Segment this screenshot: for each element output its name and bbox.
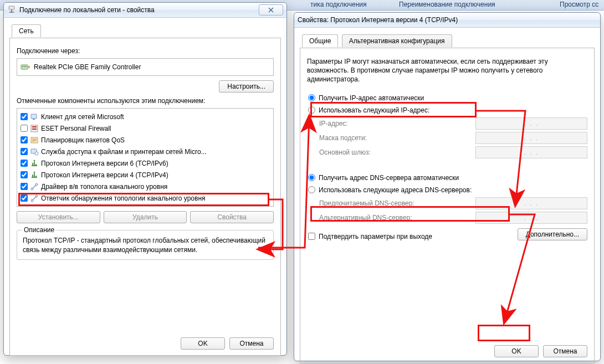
ip-auto-radio[interactable]: Получить IP-адрес автоматически bbox=[307, 93, 587, 103]
dns-manual-input[interactable] bbox=[308, 186, 315, 193]
cancel-button[interactable]: Отмена bbox=[229, 337, 274, 350]
svg-rect-12 bbox=[32, 129, 37, 130]
ok-button[interactable]: OK bbox=[494, 345, 539, 357]
svg-rect-9 bbox=[33, 119, 35, 120]
svg-rect-7 bbox=[25, 66, 27, 67]
properties-button[interactable]: Свойства bbox=[190, 211, 274, 223]
mask-label: Маска подсети: bbox=[319, 134, 475, 142]
advanced-button[interactable]: Дополнительно... bbox=[518, 228, 587, 240]
ip-addr-field: . . . bbox=[475, 117, 587, 130]
tab-alternative[interactable]: Альтернативная конфигурация bbox=[342, 34, 452, 47]
dns-auto-label: Получить адрес DNS-сервера автоматически bbox=[319, 174, 459, 182]
svg-point-17 bbox=[34, 171, 35, 173]
ip-manual-radio[interactable]: Использовать следующий IP-адрес: bbox=[307, 105, 587, 115]
component-row[interactable]: Протокол Интернета версии 4 (TCP/IPv4) bbox=[18, 169, 272, 181]
dialog-title: Подключение по локальной сети - свойства bbox=[19, 6, 155, 14]
ok-button[interactable]: OK bbox=[181, 337, 225, 350]
adapter-name: Realtek PCIe GBE Family Controller bbox=[34, 63, 141, 71]
component-checkbox[interactable] bbox=[21, 194, 28, 202]
component-row[interactable]: Служба доступа к файлам и принтерам сете… bbox=[18, 146, 272, 157]
component-checkbox[interactable] bbox=[21, 125, 28, 132]
titlebar: Свойства: Протокол Интернета версии 4 (T… bbox=[294, 13, 600, 28]
svg-rect-0 bbox=[9, 6, 14, 9]
component-label: Служба доступа к файлам и принтерам сете… bbox=[41, 148, 271, 156]
dns-pref-label: Предпочитаемый DNS-сервер: bbox=[319, 199, 475, 207]
component-checkbox[interactable] bbox=[21, 136, 28, 143]
dns-auto-input[interactable] bbox=[308, 174, 315, 181]
svg-point-15 bbox=[35, 152, 38, 155]
svg-rect-8 bbox=[31, 114, 37, 119]
tab-network[interactable]: Сеть bbox=[12, 24, 41, 37]
svg-rect-2 bbox=[9, 12, 14, 13]
component-row[interactable]: Клиент для сетей Microsoft bbox=[18, 111, 272, 122]
gw-label: Основной шлюз: bbox=[319, 148, 475, 156]
component-icon bbox=[30, 194, 39, 203]
install-button[interactable]: Установить... bbox=[17, 211, 100, 223]
component-label: ESET Personal Firewall bbox=[41, 125, 271, 132]
component-checkbox[interactable] bbox=[21, 148, 28, 155]
components-label: Отмеченные компоненты используются этим … bbox=[17, 97, 274, 105]
tab-general[interactable]: Общие bbox=[302, 34, 338, 47]
component-row[interactable]: Ответчик обнаружения топологии канальног… bbox=[18, 192, 272, 204]
components-list[interactable]: Клиент для сетей MicrosoftESET Personal … bbox=[17, 108, 274, 207]
component-label: Протокол Интернета версии 6 (TCP/IPv6) bbox=[41, 160, 271, 167]
ip-auto-label: Получить IP-адрес автоматически bbox=[319, 94, 424, 102]
component-checkbox[interactable] bbox=[21, 160, 28, 167]
ip-addr-label: IP-адрес: bbox=[319, 120, 475, 127]
dialog-title: Свойства: Протокол Интернета версии 4 (T… bbox=[298, 16, 458, 24]
confirm-checkbox[interactable] bbox=[308, 233, 315, 240]
description-text: Протокол TCP/IP - стандартный протокол г… bbox=[23, 236, 268, 255]
ip-auto-input[interactable] bbox=[308, 94, 315, 101]
connect-through-label: Подключение через: bbox=[17, 47, 274, 55]
network-icon bbox=[7, 6, 16, 14]
configure-button[interactable]: Настроить... bbox=[219, 80, 274, 93]
component-icon bbox=[30, 124, 39, 133]
bg-text-3: Просмотр сс bbox=[560, 1, 598, 8]
component-icon bbox=[30, 147, 39, 156]
svg-rect-1 bbox=[11, 9, 12, 12]
svg-rect-11 bbox=[32, 126, 37, 127]
bg-text-1: тика подключения bbox=[310, 1, 367, 8]
cancel-button[interactable]: Отмена bbox=[543, 345, 587, 357]
component-label: Протокол Интернета версии 4 (TCP/IPv4) bbox=[41, 171, 271, 179]
component-label: Ответчик обнаружения топологии канальног… bbox=[41, 194, 271, 202]
component-checkbox[interactable] bbox=[21, 183, 28, 190]
component-icon bbox=[30, 112, 39, 121]
nic-icon bbox=[21, 62, 30, 72]
description-group: Описание Протокол TCP/IP - стандартный п… bbox=[17, 230, 274, 260]
dns-auto-radio[interactable]: Получить адрес DNS-сервера автоматически bbox=[307, 173, 587, 183]
mask-field: . . . bbox=[475, 132, 587, 144]
close-button[interactable] bbox=[259, 4, 283, 16]
dns-alt-label: Альтернативный DNS-сервер: bbox=[319, 214, 475, 222]
component-icon bbox=[30, 136, 39, 145]
component-row[interactable]: ESET Personal Firewall bbox=[18, 122, 272, 134]
component-label: Планировщик пакетов QoS bbox=[41, 136, 271, 144]
gw-field: . . . bbox=[475, 146, 587, 158]
info-text: Параметры IP могут назначаться автоматич… bbox=[307, 57, 587, 84]
component-label: Клиент для сетей Microsoft bbox=[41, 113, 271, 121]
connection-properties-dialog: Подключение по локальной сети - свойства… bbox=[3, 2, 287, 356]
svg-rect-4 bbox=[28, 66, 30, 68]
component-icon bbox=[30, 171, 39, 180]
titlebar: Подключение по локальной сети - свойства bbox=[4, 3, 286, 18]
component-row[interactable]: Протокол Интернета версии 6 (TCP/IPv6) bbox=[18, 157, 272, 169]
remove-button[interactable]: Удалить bbox=[104, 211, 187, 223]
dns-alt-field: . . . bbox=[475, 212, 587, 224]
component-row[interactable]: Планировщик пакетов QoS bbox=[18, 134, 272, 146]
svg-rect-6 bbox=[24, 66, 25, 67]
bg-text-2: Переименование подключения bbox=[399, 1, 495, 8]
svg-rect-5 bbox=[22, 66, 23, 67]
ipv4-properties-dialog: Свойства: Протокол Интернета версии 4 (T… bbox=[294, 12, 601, 361]
component-checkbox[interactable] bbox=[21, 171, 28, 178]
dns-manual-radio[interactable]: Использовать следующие адреса DNS-сервер… bbox=[307, 185, 587, 195]
confirm-label: Подтвердить параметры при выходе bbox=[319, 233, 432, 240]
component-icon bbox=[30, 159, 39, 168]
ip-manual-label: Использовать следующий IP-адрес: bbox=[319, 106, 429, 114]
adapter-box[interactable]: Realtek PCIe GBE Family Controller bbox=[17, 58, 274, 76]
component-checkbox[interactable] bbox=[21, 113, 28, 120]
dns-pref-field: . . . bbox=[475, 197, 587, 209]
component-icon bbox=[30, 182, 39, 191]
ip-manual-input[interactable] bbox=[308, 106, 315, 114]
component-row[interactable]: Драйвер в/в тополога канального уровня bbox=[18, 181, 272, 192]
description-legend: Описание bbox=[22, 226, 57, 234]
